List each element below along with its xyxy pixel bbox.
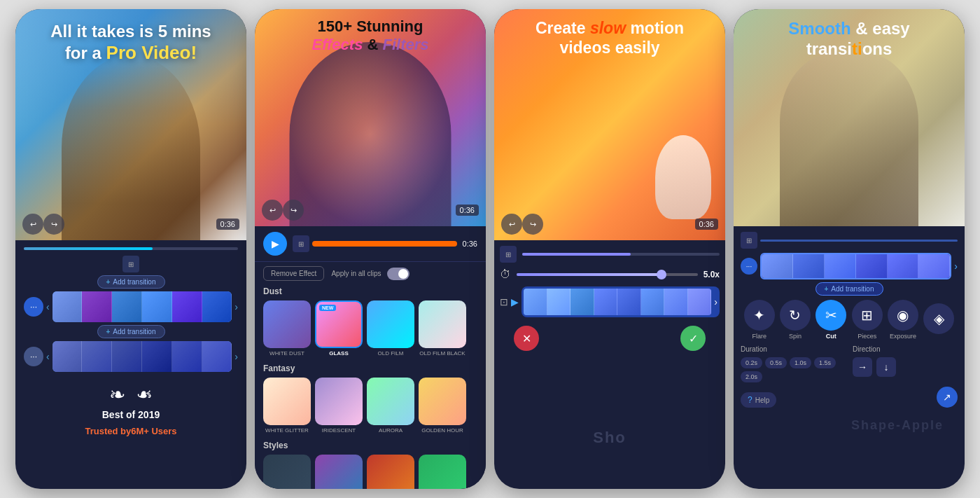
cancel-button[interactable]: ✕	[514, 326, 539, 351]
trans-spin[interactable]: ↻ Spin	[779, 300, 811, 340]
redo-icon[interactable]: ↪	[43, 214, 64, 235]
flare-icon: ✦	[744, 300, 775, 331]
effect-white-glitter[interactable]: WHITE GLITTER	[263, 378, 311, 434]
dust-thumb	[263, 300, 311, 348]
effect-aurora[interactable]: AURORA	[367, 378, 414, 434]
effect-glass[interactable]: NEW GLASS	[315, 300, 363, 357]
duration-10[interactable]: 1.0s	[790, 357, 811, 368]
grid-icon[interactable]: ⊞	[122, 256, 139, 272]
effect-old-film-black[interactable]: OLD FILM BLACK	[419, 300, 466, 357]
duration-15[interactable]: 1.5s	[814, 357, 836, 368]
add-transition-2[interactable]: Add transition	[24, 325, 238, 338]
s3-redo-icon[interactable]: ↪	[522, 214, 543, 235]
s4-grid-icon[interactable]: ⊞	[741, 232, 757, 249]
s3-speed-value: 5.0x	[704, 270, 720, 279]
duration-20[interactable]: 2.0s	[741, 371, 762, 382]
s2-redo-icon[interactable]: ↪	[283, 200, 304, 221]
effect-old-film[interactable]: OLD FILM	[367, 300, 414, 357]
confirm-button[interactable]: ✓	[680, 326, 706, 351]
s4-add-transition[interactable]: Add transition	[741, 282, 958, 296]
duration-05[interactable]: 0.5s	[765, 357, 787, 368]
screen-3: Create slow motion videos easily ↩ ↪ 0:3…	[494, 9, 725, 489]
undo-icon[interactable]: ↩	[22, 214, 43, 235]
screen1-headline: All it takes is 5 mins for a Pro Video!	[15, 22, 246, 64]
section-fantasy: Fantasy	[263, 364, 477, 373]
clip-thumbnails-2	[52, 341, 232, 372]
direction-label: Direction	[853, 345, 958, 353]
s4-clip-row: ··· ›	[741, 253, 958, 279]
s3-speed-icon: ⏱	[500, 268, 511, 281]
apply-label: Apply in all clips	[331, 270, 381, 277]
screen2-bottom: ▶ ⊞ 0:36 Remove Effect Apply in all clip…	[255, 226, 486, 489]
remove-effect-button[interactable]: Remove Effect	[263, 266, 324, 281]
s4-options-row: Duration 0.2s 0.5s 1.0s 1.5s 2.0s Direct…	[741, 345, 958, 382]
s3-next-arrow[interactable]: ›	[714, 296, 718, 307]
aurora-thumb	[367, 378, 414, 425]
s3-clip-thumbs	[524, 289, 711, 315]
s3-line1: Create slow motion	[508, 19, 711, 39]
style-1[interactable]	[263, 455, 311, 489]
clip-prev-2[interactable]: ‹	[46, 351, 50, 362]
trans-flare[interactable]: ✦ Flare	[743, 300, 775, 340]
trans-extra[interactable]: ◈	[923, 303, 955, 336]
dir-down-btn[interactable]: ↓	[876, 357, 896, 377]
oldfilm-thumb	[367, 300, 414, 348]
s2-grid-icon[interactable]: ⊞	[293, 235, 309, 252]
s3-undo-icon[interactable]: ↩	[501, 214, 522, 235]
screen2-headline: 150+ Stunning Effects & Filters	[255, 18, 486, 55]
s3-time-badge: 0:36	[695, 219, 718, 230]
s3-play-small[interactable]: ▶	[511, 296, 519, 307]
transitions-word: transitions	[745, 39, 953, 60]
style-3[interactable]	[367, 455, 414, 489]
screen3-controls: ↩ ↪ 0:36	[501, 214, 718, 235]
trans-cut[interactable]: ✂ Cut	[816, 300, 847, 340]
effect-golden-hour[interactable]: GOLDEN HOUR	[419, 378, 466, 434]
oldfilmblack-thumb	[419, 300, 466, 348]
effect-iridescent[interactable]: IRIDESCENT	[315, 378, 363, 434]
trans-exposure[interactable]: ◉ Exposure	[887, 300, 918, 340]
s2-undo-icon[interactable]: ↩	[262, 200, 283, 221]
duration-02[interactable]: 0.2s	[741, 357, 762, 368]
s3-grid-icon[interactable]: ⊞	[500, 246, 517, 263]
trans-pieces[interactable]: ⊞ Pieces	[851, 300, 883, 340]
app-store-screenshots: All it takes is 5 mins for a Pro Video! …	[0, 0, 980, 498]
duration-pills: 0.2s 0.5s 1.0s 1.5s 2.0s	[741, 357, 846, 382]
timeline-bar	[24, 247, 238, 250]
clip-next-2[interactable]: ›	[234, 351, 238, 362]
apply-toggle[interactable]	[387, 268, 410, 280]
headline-line1: All it takes is 5 mins	[29, 22, 232, 42]
s4-timeline-bar: ⊞	[741, 232, 958, 249]
style-2[interactable]	[315, 455, 363, 489]
s4-next-arrow[interactable]: ›	[954, 261, 958, 272]
clip-prev-arrow[interactable]: ‹	[46, 301, 50, 312]
add-transition-1[interactable]: Add transition	[24, 275, 238, 289]
s3-controls-row: ⏱ 5.0x	[500, 268, 720, 281]
best-of-text: Best of 2019	[102, 409, 160, 420]
share-icon[interactable]: ↗	[937, 387, 958, 408]
extra-icon: ◈	[923, 303, 954, 334]
s4-clip-thumbs	[760, 253, 951, 279]
effects-label: Effects	[312, 36, 363, 53]
help-button[interactable]: ? Help	[741, 392, 776, 408]
screen1-controls: ↩ ↪ 0:36	[22, 214, 239, 235]
clip-next-arrow[interactable]: ›	[234, 301, 238, 312]
easy-word: & easy	[851, 19, 910, 38]
help-label: Help	[755, 396, 770, 404]
effect-white-dust[interactable]: WHITE DUST	[263, 300, 311, 357]
clip-menu-btn-2[interactable]: ···	[24, 347, 43, 366]
style-4[interactable]	[419, 455, 466, 489]
s3-timeline	[522, 253, 720, 256]
dir-right-btn[interactable]: →	[853, 357, 872, 377]
play-button[interactable]: ▶	[263, 232, 287, 256]
clip-menu-btn[interactable]: ···	[24, 297, 43, 317]
screen2-video: 150+ Stunning Effects & Filters ↩ ↪ 0:36	[255, 9, 486, 226]
s2-remove-row: Remove Effect Apply in all clips	[263, 266, 477, 281]
s2-line1: 150+ Stunning	[269, 18, 472, 36]
screen-4: Smooth & easy transitions ⊞ ···	[734, 9, 965, 489]
s3-headline: Create slow motion videos easily	[494, 19, 725, 57]
s4-menu-btn[interactable]: ···	[741, 258, 757, 275]
pieces-icon: ⊞	[852, 300, 883, 331]
screen2-controls: ↩ ↪ 0:36	[262, 200, 479, 221]
s3-clip-resize-icon: ⊡	[500, 296, 508, 307]
s3-speed-slider[interactable]	[517, 273, 698, 276]
